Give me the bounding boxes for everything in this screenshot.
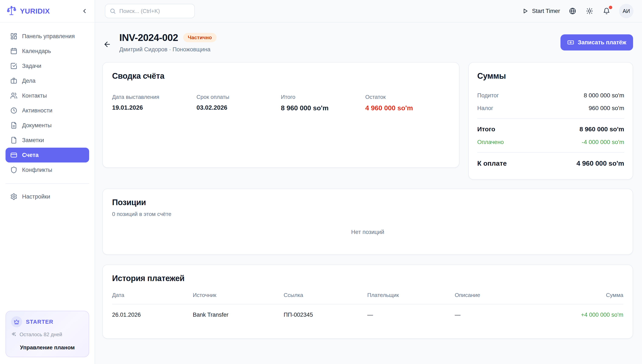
line-items-count: 0 позиций в этом счёте [112, 211, 623, 218]
crown-icon [11, 316, 22, 327]
totals-row-paid: Оплачено -4 000 000 so'm [477, 136, 624, 148]
sun-icon [586, 8, 593, 15]
sidebar-item-conflicts[interactable]: Конфликты [6, 162, 89, 177]
sidebar-item-label: Панель управления [22, 33, 75, 40]
banknote-icon [567, 39, 574, 46]
sidebar-header: YURIDIX [0, 0, 95, 22]
search-icon [110, 8, 116, 14]
sidebar-item-cases[interactable]: Дела [6, 74, 89, 88]
totals-row-total: Итого 8 960 000 so'm [477, 122, 624, 136]
notification-dot [609, 6, 612, 9]
payment-description: — [455, 312, 549, 318]
sidebar-item-label: Документы [22, 122, 52, 129]
sidebar-item-dashboard[interactable]: Панель управления [6, 29, 89, 44]
tasks-check-square-icon [10, 62, 18, 70]
column-source: Источник [193, 292, 284, 298]
avatar-initials: АИ [623, 8, 630, 14]
totals-divider [477, 118, 624, 119]
user-avatar[interactable]: АИ [619, 4, 633, 18]
payments-table-header: Дата Источник Ссылка Плательщик Описание… [112, 292, 623, 304]
gear-icon [10, 193, 18, 200]
scales-of-justice-icon [6, 6, 17, 16]
start-timer-label: Start Timer [532, 8, 560, 14]
shield-icon [10, 166, 18, 174]
app-window: YURIDIX Панель управления Календарь Зада… [0, 0, 642, 364]
subscription-plan-card: STARTER Осталось 82 дней Управление план… [6, 311, 89, 357]
status-badge: Частично [183, 33, 217, 42]
page-subtitle: Дмитрий Сидоров · Поножовщина [119, 46, 217, 53]
column-date: Дата [112, 292, 193, 298]
line-items-card: Позиции 0 позиций в этом счёте Нет позиц… [102, 188, 633, 255]
sidebar-nav: Панель управления Календарь Задачи Дела … [0, 22, 95, 204]
page-content: INV-2024-002 Частично Дмитрий Сидоров · … [95, 22, 642, 364]
language-globe-button[interactable] [568, 6, 577, 16]
file-text-icon [10, 122, 18, 129]
totals-row-tax: Налог 960 000 so'm [477, 102, 624, 114]
column-amount: Сумма [549, 292, 623, 298]
payment-payer: — [367, 312, 455, 318]
sidebar-item-label: Задачи [22, 63, 41, 69]
column-payer: Плательщик [367, 292, 455, 298]
notifications-button[interactable] [602, 6, 611, 16]
arrow-left-icon [103, 40, 111, 48]
payment-reference: ПП-002345 [284, 312, 367, 318]
payment-history-card: История платежей Дата Источник Ссылка Пл… [102, 264, 633, 339]
file-icon [10, 136, 18, 144]
totals-card: Суммы Подитог 8 000 000 so'm Налог 960 0… [468, 62, 633, 180]
sidebar: YURIDIX Панель управления Календарь Зада… [0, 0, 95, 364]
field-due-date: Срок оплаты 03.02.2026 [197, 94, 281, 112]
search-input[interactable] [119, 8, 190, 14]
summary-card-title: Сводка счёта [112, 72, 450, 80]
sidebar-item-label: Конфликты [22, 167, 52, 173]
field-balance: Остаток 4 960 000 so'm [365, 94, 450, 112]
manage-plan-button[interactable]: Управление планом [11, 344, 84, 351]
column-description: Описание [455, 292, 549, 298]
sidebar-item-contacts[interactable]: Контакты [6, 88, 89, 103]
payment-date: 26.01.2026 [112, 312, 193, 318]
sidebar-item-documents[interactable]: Документы [6, 118, 89, 133]
payments-table: Дата Источник Ссылка Плательщик Описание… [112, 292, 623, 318]
page-title: INV-2024-002 [119, 32, 178, 43]
top-bar: Start Timer [95, 0, 642, 22]
plan-name: STARTER [26, 318, 53, 325]
back-button[interactable] [102, 36, 112, 53]
plan-days-left: Осталось 82 дней [20, 332, 62, 338]
record-payment-label: Записать платёж [578, 39, 626, 46]
invoice-summary-card: Сводка счёта Дата выставления 19.01.2026… [102, 62, 459, 168]
sidebar-item-label: Настройки [22, 194, 50, 200]
sidebar-item-invoices[interactable]: Счета [6, 148, 89, 162]
sparkles-icon [11, 332, 17, 337]
totals-row-amount-due: К оплате 4 960 000 so'm [477, 156, 624, 170]
sidebar-item-activities[interactable]: Активности [6, 103, 89, 118]
sidebar-item-label: Дела [22, 78, 36, 84]
sidebar-item-tasks[interactable]: Задачи [6, 58, 89, 74]
line-items-title: Позиции [112, 198, 623, 207]
start-timer-button[interactable]: Start Timer [522, 8, 560, 14]
payment-table-row: 26.01.2026 Bank Transfer ПП-002345 — — +… [112, 304, 623, 318]
payment-amount: +4 000 000 so'm [549, 312, 623, 318]
sidebar-item-notes[interactable]: Заметки [6, 133, 89, 148]
global-search [105, 4, 195, 18]
sidebar-item-label: Счета [22, 152, 39, 158]
sidebar-item-label: Календарь [22, 48, 51, 54]
sidebar-item-calendar[interactable]: Календарь [6, 44, 89, 58]
line-items-empty-state: Нет позиций [112, 229, 623, 236]
users-icon [10, 92, 18, 99]
payment-source: Bank Transfer [193, 312, 284, 318]
field-issue-date: Дата выставления 19.01.2026 [112, 94, 197, 112]
sidebar-item-settings[interactable]: Настройки [6, 189, 89, 204]
main-area: Start Timer [95, 0, 642, 364]
credit-card-icon [10, 152, 18, 159]
totals-card-title: Суммы [477, 72, 624, 80]
record-payment-button[interactable]: Записать платёж [560, 34, 633, 50]
sidebar-item-label: Активности [22, 107, 53, 114]
brand-logo: YURIDIX [6, 6, 50, 16]
sidebar-item-label: Заметки [22, 137, 44, 144]
sidebar-divider [6, 183, 89, 184]
sidebar-item-label: Контакты [22, 92, 47, 99]
theme-toggle-button[interactable] [585, 6, 594, 16]
calendar-icon [10, 48, 18, 55]
sidebar-collapse-button[interactable] [79, 6, 90, 16]
dashboard-icon [10, 33, 18, 40]
field-total: Итого 8 960 000 so'm [281, 94, 365, 112]
